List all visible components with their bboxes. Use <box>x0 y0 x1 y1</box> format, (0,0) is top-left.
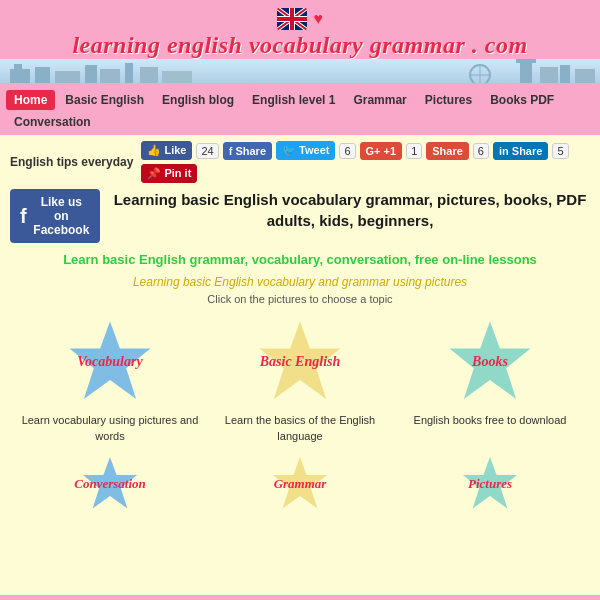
nav-english-blog[interactable]: English blog <box>154 90 242 110</box>
gplus-btn[interactable]: G+ +1 <box>360 142 403 160</box>
svg-rect-15 <box>125 63 133 83</box>
basic-english-desc: Learn the basics of the English language <box>210 413 390 444</box>
nav-books-pdf[interactable]: Books PDF <box>482 90 562 110</box>
books-topic[interactable]: Books English books free to download <box>400 317 580 444</box>
grammar-star[interactable]: Grammar <box>255 454 345 514</box>
gplus-count: 1 <box>406 143 422 159</box>
social-tips-row: English tips everyday 👍 Like 24 f Share … <box>10 141 590 183</box>
yellow-tagline: Learning basic English vocabulary and gr… <box>10 275 590 289</box>
bottom-topics-grid: Conversation Grammar Pictures <box>10 454 590 524</box>
facebook-share-btn[interactable]: f Share <box>223 142 272 160</box>
page-header: ♥ learning english vocabulary grammar . … <box>0 0 600 87</box>
svg-rect-23 <box>540 67 558 83</box>
svg-rect-13 <box>85 65 97 83</box>
fb-like-row: f Like us on Facebook Learning basic Eng… <box>10 189 590 243</box>
nav-home[interactable]: Home <box>6 90 55 110</box>
svg-rect-12 <box>55 71 80 83</box>
pictures-topic[interactable]: Pictures <box>400 454 580 520</box>
vocabulary-desc: Learn vocabulary using pictures and word… <box>20 413 200 444</box>
grammar-topic[interactable]: Grammar <box>210 454 390 520</box>
main-nav: Home Basic English English blog English … <box>0 87 600 135</box>
grammar-label: Grammar <box>274 476 327 492</box>
vocabulary-label: Vocabulary <box>77 354 142 371</box>
sub-heading: Learn basic English grammar, vocabulary,… <box>10 251 590 269</box>
topics-grid: Vocabulary Learn vocabulary using pictur… <box>10 317 590 444</box>
svg-rect-11 <box>35 67 50 83</box>
basic-english-star[interactable]: Basic English <box>255 317 345 407</box>
svg-rect-24 <box>560 65 570 83</box>
svg-rect-22 <box>516 59 536 63</box>
svg-rect-14 <box>100 69 120 83</box>
skyline-svg <box>0 59 600 83</box>
books-desc: English books free to download <box>414 413 567 428</box>
uk-flag-icon <box>277 8 307 30</box>
gshare-btn[interactable]: Share <box>426 142 469 160</box>
gshare-count: 6 <box>473 143 489 159</box>
linkedin-btn[interactable]: in Share <box>493 142 548 160</box>
nav-basic-english[interactable]: Basic English <box>57 90 152 110</box>
heart-icon: ♥ <box>313 10 323 27</box>
fb-count: 24 <box>196 143 218 159</box>
social-buttons: 👍 Like 24 f Share 🐦 Tweet 6 G+ +1 1 Shar… <box>141 141 590 183</box>
svg-rect-21 <box>520 61 532 83</box>
svg-rect-17 <box>162 71 192 83</box>
pinterest-btn[interactable]: 📌 Pin it <box>141 164 197 183</box>
conversation-label: Conversation <box>74 476 146 492</box>
nav-conversation[interactable]: Conversation <box>6 112 99 132</box>
facebook-like-btn[interactable]: 👍 Like <box>141 141 192 160</box>
conversation-star[interactable]: Conversation <box>65 454 155 514</box>
fb-like-text: Like us on Facebook <box>33 195 90 237</box>
fb-like-box[interactable]: f Like us on Facebook <box>10 189 100 243</box>
click-instruction: Click on the pictures to choose a topic <box>10 293 590 305</box>
pictures-label: Pictures <box>468 476 512 492</box>
svg-rect-9 <box>10 69 30 83</box>
nav-grammar[interactable]: Grammar <box>345 90 414 110</box>
li-count: 5 <box>552 143 568 159</box>
site-title: learning english vocabulary grammar . co… <box>0 32 600 59</box>
pictures-star[interactable]: Pictures <box>445 454 535 514</box>
basic-english-topic[interactable]: Basic English Learn the basics of the En… <box>210 317 390 444</box>
skyline-decoration <box>0 59 600 83</box>
vocabulary-star[interactable]: Vocabulary <box>65 317 155 407</box>
books-star[interactable]: Books <box>445 317 535 407</box>
tweet-count: 6 <box>339 143 355 159</box>
books-label: Books <box>472 354 508 371</box>
svg-rect-25 <box>575 69 595 83</box>
main-heading-area: Learning basic English vocabulary gramma… <box>110 189 590 239</box>
tweet-btn[interactable]: 🐦 Tweet <box>276 141 335 160</box>
main-heading: Learning basic English vocabulary gramma… <box>110 189 590 231</box>
svg-rect-8 <box>277 17 307 21</box>
main-content: English tips everyday 👍 Like 24 f Share … <box>0 135 600 595</box>
nav-pictures[interactable]: Pictures <box>417 90 480 110</box>
conversation-topic[interactable]: Conversation <box>20 454 200 520</box>
svg-rect-16 <box>140 67 158 83</box>
basic-english-label: Basic English <box>260 354 341 371</box>
fb-logo-icon: f <box>20 205 27 228</box>
nav-english-level-1[interactable]: English level 1 <box>244 90 343 110</box>
vocabulary-topic[interactable]: Vocabulary Learn vocabulary using pictur… <box>20 317 200 444</box>
tips-text: English tips everyday <box>10 155 133 169</box>
svg-rect-10 <box>14 64 22 69</box>
